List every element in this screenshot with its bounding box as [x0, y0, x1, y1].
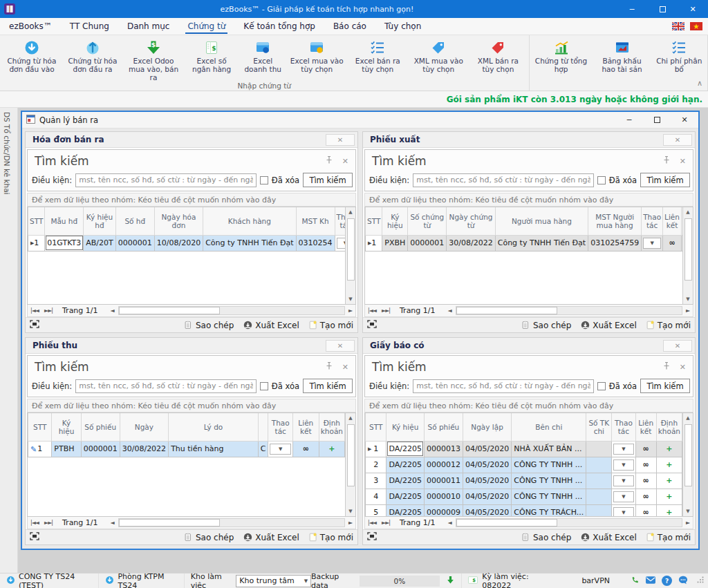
collapse-ribbon-icon[interactable]: ∧	[697, 79, 702, 88]
add-entry-icon[interactable]: +	[666, 508, 672, 516]
create-new-button[interactable]: Tạo mới	[646, 321, 691, 330]
table-cell[interactable]: 30/08/2022	[120, 441, 168, 457]
menu-item-3[interactable]: Danh mục	[118, 18, 179, 35]
vertical-scrollbar[interactable]: ▲ ▼	[682, 207, 693, 304]
close-button[interactable]: ✕	[678, 0, 708, 18]
horizontal-scroll-thumb[interactable]	[119, 519, 221, 527]
link-icon[interactable]: ∞	[643, 508, 649, 516]
column-header[interactable]: Ký hiệu	[382, 207, 408, 235]
menu-item-6[interactable]: Báo cáo	[324, 18, 375, 35]
menu-item-5[interactable]: Kế toán tổng hợp	[234, 18, 324, 35]
column-header[interactable]: Định khoản	[319, 413, 344, 441]
last-page-button[interactable]: ►►|	[41, 307, 55, 314]
add-entry-icon[interactable]: +	[666, 492, 672, 501]
table-cell[interactable]: AB/20T	[84, 235, 116, 251]
vpn-label[interactable]: barVPN	[581, 576, 628, 585]
copy-button[interactable]: Sao chép	[185, 533, 234, 542]
export-excel-button[interactable]: Xuất Excel	[243, 533, 299, 542]
actions-dropdown[interactable]: ▼	[613, 444, 633, 455]
expand-icon[interactable]	[30, 320, 39, 330]
search-button[interactable]: Tìm kiếm	[640, 173, 690, 187]
table-cell[interactable]: Công ty TNHH Tiến Đạt	[203, 235, 296, 251]
export-excel-button[interactable]: Xuất Excel	[581, 533, 637, 542]
scroll-thumb[interactable]	[684, 424, 692, 486]
scroll-thumb[interactable]	[347, 424, 355, 486]
link-icon[interactable]: ∞	[643, 460, 649, 469]
add-entry-icon[interactable]: +	[666, 460, 672, 469]
link-icon[interactable]: ∞	[303, 444, 309, 453]
actions-dropdown[interactable]: ▼	[613, 475, 633, 486]
column-header[interactable]: STT	[28, 207, 45, 235]
scroll-thumb[interactable]	[347, 218, 355, 281]
column-header[interactable]: Thao tác	[268, 413, 292, 441]
actions-dropdown[interactable]: ▼	[270, 444, 290, 455]
close-icon[interactable]: ✕	[342, 363, 348, 372]
chat-icon[interactable]	[678, 576, 688, 587]
menu-item-2[interactable]: TT Chung	[61, 18, 118, 35]
add-entry-icon[interactable]: +	[666, 444, 672, 453]
table-cell[interactable]: 0000001	[408, 235, 447, 251]
column-header[interactable]	[258, 413, 268, 441]
table-cell[interactable]: 04/05/2020	[463, 489, 511, 504]
create-new-button[interactable]: Tạo mới	[309, 533, 353, 542]
column-header[interactable]: Liên kết	[663, 207, 682, 235]
close-icon[interactable]: ✕	[342, 157, 348, 166]
horizontal-scrollbar[interactable]	[118, 518, 345, 527]
link-icon[interactable]: ∞	[643, 444, 649, 453]
create-new-button[interactable]: Tạo mới	[646, 533, 691, 542]
column-header[interactable]: Ngày	[120, 413, 168, 441]
close-icon[interactable]: ✕	[680, 157, 686, 166]
table-cell[interactable]: PTBH	[52, 441, 81, 457]
menu-item-4[interactable]: Chứng từ	[178, 18, 234, 35]
first-page-button[interactable]: |◄◄	[28, 520, 41, 526]
table-cell[interactable]: C	[258, 441, 268, 457]
scroll-up-icon[interactable]: ▲	[348, 413, 352, 423]
menu-item-1[interactable]: ezBooks™	[0, 18, 61, 35]
pin-icon[interactable]	[663, 156, 670, 166]
inner-close-button[interactable]: ✕	[671, 112, 698, 129]
toolbar-button-allocation-list[interactable]: Chi phí phân bổ	[653, 37, 707, 79]
column-header[interactable]: Lý do	[169, 413, 259, 441]
column-header[interactable]: Ký hiệu	[386, 413, 425, 441]
table-cell[interactable]	[586, 457, 612, 473]
scroll-down-icon[interactable]: ▼	[686, 506, 689, 516]
table-cell[interactable]: Thu tiền hàng	[169, 441, 259, 457]
search-button[interactable]: Tìm kiếm	[640, 379, 690, 393]
table-cell[interactable]	[586, 441, 612, 457]
scroll-down-icon[interactable]: ▼	[348, 506, 352, 516]
toolbar-button-chart-growth[interactable]: Chứng từ tổng hợp	[531, 37, 592, 79]
scroll-up-icon[interactable]: ▲	[686, 207, 689, 217]
resize-grip[interactable]	[697, 576, 704, 585]
toolbar-button-tag-blue[interactable]: XML mua vào tùy chọn	[408, 37, 469, 82]
column-header[interactable]: Thao tác	[612, 413, 635, 441]
add-entry-icon[interactable]: +	[328, 444, 335, 453]
deleted-checkbox[interactable]	[260, 382, 268, 390]
table-cell[interactable]: 10/08/2020	[154, 235, 203, 251]
horizontal-scrollbar[interactable]	[456, 306, 682, 315]
horizontal-scroll-thumb[interactable]	[456, 519, 558, 527]
table-cell[interactable]	[586, 504, 612, 516]
help-icon[interactable]: ?	[662, 576, 672, 586]
panel-close-button[interactable]: ✕	[663, 134, 692, 146]
table-cell[interactable]: NHÀ XUẤT BẢN ...	[512, 441, 586, 457]
toolbar-button-asset-chart[interactable]: Bảng khấu hao tài sản	[592, 37, 653, 79]
table-row[interactable]: ▶1PXBH000000130/08/2022Công ty TNHH Tiến…	[366, 235, 683, 251]
table-row[interactable]: 2DA/2205000001204/05/2020CÔNG TY TNHH ..…	[366, 457, 682, 473]
maximize-button[interactable]	[647, 0, 678, 18]
panel-close-button[interactable]: ✕	[663, 340, 692, 352]
table-cell[interactable]: DA/2205	[386, 457, 425, 473]
column-header[interactable]: Ngày chứng từ	[447, 207, 495, 235]
company-name[interactable]: CÔNG TY TS24 (TEST)	[19, 572, 92, 588]
table-cell[interactable]: DA/2205	[386, 504, 425, 516]
condition-input[interactable]	[75, 379, 257, 393]
deleted-checkbox[interactable]	[597, 176, 606, 184]
table-cell[interactable]: CÔNG TY TNHH ...	[512, 473, 586, 489]
table-cell[interactable]: DA/2205	[386, 473, 425, 489]
condition-input[interactable]	[75, 173, 257, 187]
column-header[interactable]: Ký hiệu	[52, 413, 81, 441]
column-header[interactable]: STT	[366, 413, 386, 441]
menu-item-7[interactable]: Tùy chọn	[375, 18, 430, 35]
link-icon[interactable]: ∞	[669, 238, 675, 247]
scroll-left-button[interactable]: ◄	[108, 307, 118, 314]
table-cell[interactable]: 04/05/2020	[463, 504, 511, 516]
